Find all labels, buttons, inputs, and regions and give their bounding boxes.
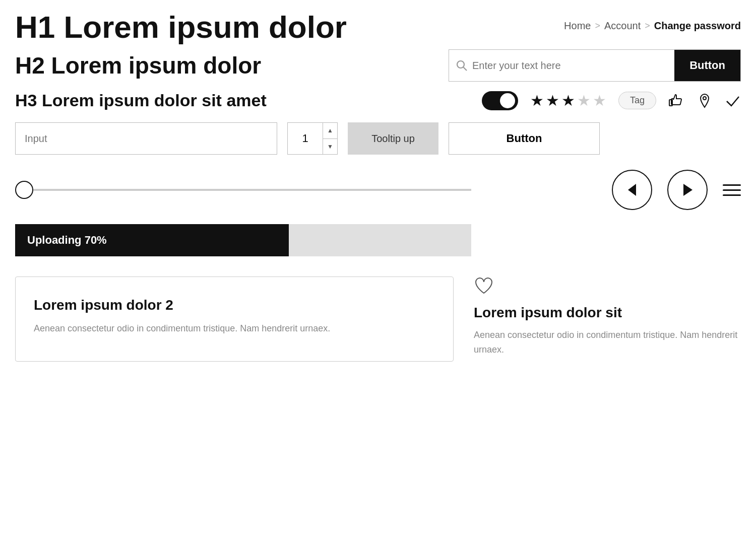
hamburger-line-2	[723, 189, 741, 191]
location-button[interactable]	[697, 93, 713, 109]
cards-row: Lorem ipsum dolor 2 Aenean consectetur o…	[15, 276, 741, 362]
hamburger-menu[interactable]	[723, 184, 741, 196]
h3-row: H3 Lorem ipsum dolor sit amet ★ ★ ★ ★ ★ …	[15, 91, 741, 110]
breadcrumb-sep-1: >	[595, 21, 600, 31]
search-button[interactable]: Button	[674, 50, 740, 81]
text-input[interactable]	[15, 122, 277, 155]
media-controls	[471, 170, 741, 210]
play-icon	[681, 183, 694, 197]
slider-wrap[interactable]	[15, 181, 471, 199]
slider-track[interactable]	[33, 189, 471, 191]
svg-marker-5	[683, 184, 692, 196]
svg-marker-4	[628, 184, 636, 196]
check-icon	[725, 93, 741, 109]
search-input[interactable]	[472, 60, 667, 72]
star-rating[interactable]: ★ ★ ★ ★ ★	[530, 92, 606, 109]
star-3[interactable]: ★	[561, 92, 575, 109]
heart-icon[interactable]	[474, 276, 494, 295]
like-button[interactable]	[668, 93, 684, 109]
card-right-desc: Aenean consectetur odio in condimentum t…	[474, 328, 741, 357]
play-button[interactable]	[667, 170, 708, 210]
prev-icon	[626, 183, 638, 197]
slider-thumb[interactable]	[15, 181, 33, 199]
number-increment[interactable]: ▲	[323, 123, 337, 139]
breadcrumb-sep-2: >	[645, 21, 650, 31]
header-row: H1 Lorem ipsum dolor Home > Account > Ch…	[15, 10, 741, 44]
card-left-title: Lorem ipsum dolor 2	[34, 297, 435, 313]
star-5[interactable]: ★	[593, 92, 606, 109]
hamburger-line-3	[723, 194, 741, 196]
toggle[interactable]	[482, 91, 518, 110]
progress-fill: Uploading 70%	[15, 224, 289, 256]
breadcrumb-account[interactable]: Account	[604, 20, 641, 32]
card-left: Lorem ipsum dolor 2 Aenean consectetur o…	[15, 276, 454, 362]
breadcrumb: Home > Account > Change password	[564, 20, 741, 32]
toggle-thumb	[500, 93, 515, 108]
search-icon	[456, 60, 467, 71]
star-1[interactable]: ★	[530, 92, 544, 109]
location-icon	[697, 93, 713, 109]
tooltip-button[interactable]: Tooltip up	[348, 122, 438, 155]
star-4[interactable]: ★	[577, 92, 591, 109]
h2-row: H2 Lorem ipsum dolor Button	[15, 49, 741, 82]
number-decrement[interactable]: ▼	[323, 139, 337, 155]
breadcrumb-home[interactable]: Home	[564, 20, 591, 32]
number-arrows: ▲ ▼	[323, 123, 337, 154]
page-h2: H2 Lorem ipsum dolor	[15, 52, 261, 79]
check-button[interactable]	[725, 93, 741, 109]
search-group: Button	[449, 49, 741, 82]
h3-controls: ★ ★ ★ ★ ★ Tag	[482, 91, 741, 110]
svg-point-3	[703, 97, 706, 100]
thumbs-up-icon	[668, 93, 684, 109]
page-h1: H1 Lorem ipsum dolor	[15, 10, 347, 44]
slider-row	[15, 170, 741, 210]
card-left-desc: Aenean consectetur odio in condimentum t…	[34, 321, 435, 336]
search-input-wrap	[449, 50, 674, 81]
progress-row: Uploading 70%	[15, 224, 741, 256]
prev-button[interactable]	[612, 170, 652, 210]
svg-line-1	[464, 67, 467, 71]
number-value: 1	[288, 123, 323, 154]
page-h3: H3 Lorem ipsum dolor sit amet	[15, 91, 267, 110]
progress-bar: Uploading 70%	[15, 224, 471, 256]
number-input: 1 ▲ ▼	[287, 122, 338, 155]
hamburger-line-1	[723, 184, 741, 186]
card-right-title: Lorem ipsum dolor sit	[474, 305, 741, 321]
controls-row: 1 ▲ ▼ Tooltip up Button	[15, 122, 741, 155]
breadcrumb-current: Change password	[654, 20, 741, 32]
progress-label: Uploading 70%	[27, 234, 107, 247]
star-2[interactable]: ★	[546, 92, 559, 109]
card-right: Lorem ipsum dolor sit Aenean consectetur…	[469, 276, 741, 357]
outline-button[interactable]: Button	[449, 122, 600, 155]
tag-pill[interactable]: Tag	[618, 92, 656, 109]
svg-point-0	[457, 61, 464, 68]
